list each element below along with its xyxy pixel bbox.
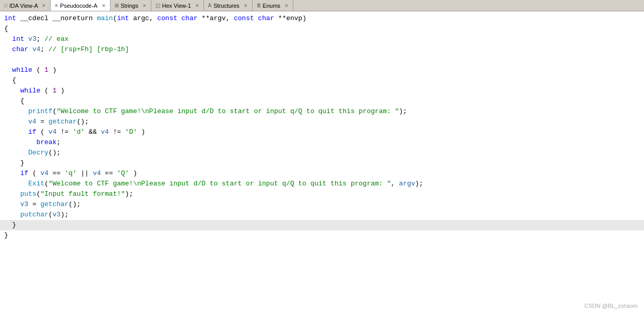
tab-enums[interactable]: ≣ Enums ✕ xyxy=(253,0,293,11)
tab-ida-view-label: IDA View-A xyxy=(9,3,38,9)
tab-pseudocode-label: Pseudocode-A xyxy=(60,3,97,9)
code-line-15: } xyxy=(0,158,644,168)
code-line-3: int v3; // eax xyxy=(0,34,644,44)
tab-ida-view[interactable]: □ IDA View-A ✕ xyxy=(0,0,51,11)
tab-hex-view-close[interactable]: ✕ xyxy=(195,3,199,8)
tab-hex-view-label: Hex View-1 xyxy=(162,3,191,9)
tab-strings[interactable]: ⊞ Strings ✕ xyxy=(111,0,151,11)
tab-structures-label: Structures xyxy=(213,3,239,9)
code-line-12: if ( v4 != 'd' && v4 != 'D' ) xyxy=(0,127,644,137)
code-line-13: break; xyxy=(0,137,644,148)
tab-enums-label: Enums xyxy=(263,3,280,9)
tab-enums-close[interactable]: ✕ xyxy=(285,3,289,8)
tab-bar: □ IDA View-A ✕ ≡ Pseudocode-A ✕ ⊞ String… xyxy=(0,0,644,11)
code-line-5 xyxy=(0,55,644,65)
tab-structures-icon: A xyxy=(208,3,212,8)
code-line-9: { xyxy=(0,96,644,106)
tab-structures-close[interactable]: ✕ xyxy=(244,3,248,8)
code-line-14: Decry(); xyxy=(0,148,644,158)
code-line-19: v3 = getchar(); xyxy=(0,199,644,210)
code-line-7: { xyxy=(0,75,644,86)
code-area[interactable]: int __cdecl __noreturn main(int argc, co… xyxy=(0,11,644,313)
tab-hex-view-icon: ◫ xyxy=(155,3,160,8)
code-line-2: { xyxy=(0,24,644,34)
code-line-22: } xyxy=(0,230,644,241)
code-line-18: puts("Input fault format!"); xyxy=(0,189,644,199)
watermark: CSDN @BL_zshaom xyxy=(585,303,638,309)
tab-structures[interactable]: A Structures ✕ xyxy=(204,0,253,11)
tab-pseudocode-close[interactable]: ✕ xyxy=(102,3,106,8)
tab-hex-view[interactable]: ◫ Hex View-1 ✕ xyxy=(151,0,204,11)
tab-pseudocode[interactable]: ≡ Pseudocode-A ✕ xyxy=(51,0,110,11)
code-line-10: printf("Welcome to CTF game!\nPlease inp… xyxy=(0,106,644,117)
code-line-17: Exit("Welcome to CTF game!\nPlease input… xyxy=(0,179,644,189)
tab-strings-close[interactable]: ✕ xyxy=(143,3,147,8)
code-line-4: char v4; // [rsp+Fh] [rbp-1h] xyxy=(0,44,644,55)
code-line-11: v4 = getchar(); xyxy=(0,117,644,127)
tab-strings-icon: ⊞ xyxy=(115,3,119,8)
tab-enums-icon: ≣ xyxy=(257,3,261,8)
code-line-6: while ( 1 ) xyxy=(0,65,644,75)
code-line-8: while ( 1 ) xyxy=(0,86,644,96)
code-line-20: putchar(v3); xyxy=(0,210,644,220)
code-line-21: } xyxy=(0,220,644,230)
tab-ida-view-icon: □ xyxy=(4,3,7,8)
code-line-16: if ( v4 == 'q' || v4 == 'Q' ) xyxy=(0,168,644,179)
tab-pseudocode-icon: ≡ xyxy=(55,3,58,8)
tab-ida-view-close[interactable]: ✕ xyxy=(42,3,46,8)
tab-strings-label: Strings xyxy=(121,3,138,9)
code-line-1: int __cdecl __noreturn main(int argc, co… xyxy=(0,13,644,24)
